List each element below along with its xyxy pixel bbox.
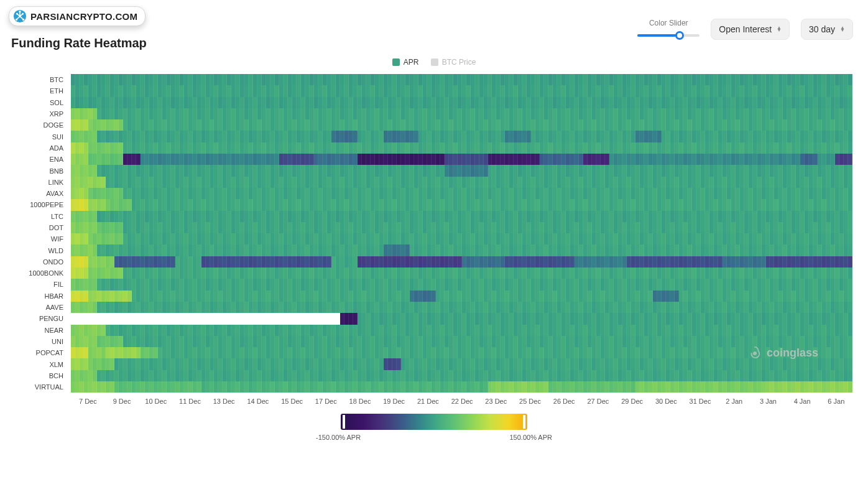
heatmap-cell[interactable] [445,97,449,108]
heatmap-cell[interactable] [244,131,249,142]
heatmap-cell[interactable] [496,108,501,119]
heatmap-cell[interactable] [101,313,106,324]
heatmap-cell[interactable] [527,268,531,279]
heatmap-cell[interactable] [831,131,835,142]
heatmap-cell[interactable] [666,165,670,176]
heatmap-cell[interactable] [787,199,792,210]
heatmap-cell[interactable] [344,119,349,131]
heatmap-cell[interactable] [88,233,93,244]
heatmap-cell[interactable] [679,336,683,347]
heatmap-cell[interactable] [792,154,796,165]
heatmap-cell[interactable] [701,211,705,222]
heatmap-cell[interactable] [93,256,97,268]
heatmap-cell[interactable] [640,347,644,358]
heatmap-cell[interactable] [206,279,210,290]
heatmap-cell[interactable] [310,177,314,188]
heatmap-cell[interactable] [141,302,145,313]
heatmap-cell[interactable] [323,131,327,142]
heatmap-cell[interactable] [305,336,310,347]
heatmap-cell[interactable] [445,291,449,302]
heatmap-cell[interactable] [132,154,136,165]
heatmap-cell[interactable] [201,165,206,176]
heatmap-cell[interactable] [88,291,93,302]
heatmap-cell[interactable] [384,97,388,108]
heatmap-cell[interactable] [110,256,114,268]
heatmap-cell[interactable] [305,244,310,256]
heatmap-cell[interactable] [839,154,844,165]
heatmap-cell[interactable] [848,256,852,268]
heatmap-cell[interactable] [731,97,736,108]
heatmap-cell[interactable] [193,211,197,222]
heatmap-cell[interactable] [266,97,270,108]
heatmap-cell[interactable] [270,131,275,142]
heatmap-cell[interactable] [136,336,141,347]
heatmap-cell[interactable] [505,268,509,279]
heatmap-cell[interactable] [423,244,427,256]
heatmap-cell[interactable] [136,233,141,244]
range-select[interactable]: 30 day ▲▼ [801,19,853,40]
heatmap-cell[interactable] [392,279,397,290]
heatmap-cell[interactable] [154,244,158,256]
heatmap-cell[interactable] [184,279,188,290]
heatmap-cell[interactable] [414,244,418,256]
heatmap-cell[interactable] [484,302,488,313]
heatmap-cell[interactable] [97,302,101,313]
heatmap-cell[interactable] [405,165,410,176]
heatmap-cell[interactable] [114,222,119,233]
heatmap-cell[interactable] [844,177,848,188]
heatmap-cell[interactable] [123,165,127,176]
heatmap-cell[interactable] [366,97,371,108]
heatmap-cell[interactable] [257,119,262,131]
heatmap-cell[interactable] [783,97,787,108]
heatmap-cell[interactable] [757,154,762,165]
heatmap-cell[interactable] [214,188,218,199]
heatmap-cell[interactable] [670,325,675,336]
heatmap-cell[interactable] [666,268,670,279]
heatmap-cell[interactable] [831,279,835,290]
heatmap-cell[interactable] [193,165,197,176]
heatmap-cell[interactable] [796,131,800,142]
heatmap-cell[interactable] [71,85,75,96]
heatmap-cell[interactable] [231,302,236,313]
heatmap-cell[interactable] [362,358,366,370]
heatmap-cell[interactable] [522,199,527,210]
heatmap-cell[interactable] [327,165,331,176]
heatmap-cell[interactable] [466,381,471,393]
heatmap-cell[interactable] [514,74,518,85]
heatmap-cell[interactable] [579,211,583,222]
heatmap-cell[interactable] [379,381,384,393]
heatmap-cell[interactable] [662,199,666,210]
heatmap-cell[interactable] [588,142,592,154]
heatmap-cell[interactable] [362,381,366,393]
heatmap-cell[interactable] [548,177,553,188]
heatmap-cell[interactable] [553,256,557,268]
heatmap-cell[interactable] [244,165,249,176]
heatmap-cell[interactable] [458,370,462,381]
heatmap-cell[interactable] [709,370,714,381]
heatmap-cell[interactable] [392,381,397,393]
heatmap-cell[interactable] [675,233,679,244]
heatmap-cell[interactable] [744,142,749,154]
heatmap-cell[interactable] [635,279,640,290]
heatmap-cell[interactable] [605,199,609,210]
heatmap-cell[interactable] [662,119,666,131]
heatmap-cell[interactable] [132,119,136,131]
heatmap-cell[interactable] [688,131,692,142]
heatmap-cell[interactable] [384,154,388,165]
heatmap-cell[interactable] [301,142,305,154]
heatmap-cell[interactable] [97,142,101,154]
heatmap-cell[interactable] [197,233,201,244]
heatmap-cell[interactable] [548,279,553,290]
heatmap-cell[interactable] [818,188,822,199]
heatmap-cell[interactable] [727,358,731,370]
heatmap-cell[interactable] [405,347,410,358]
heatmap-cell[interactable] [275,97,279,108]
heatmap-cell[interactable] [340,291,344,302]
heatmap-cell[interactable] [792,233,796,244]
heatmap-cell[interactable] [471,97,475,108]
heatmap-cell[interactable] [101,325,106,336]
heatmap-cell[interactable] [88,381,93,393]
heatmap-cell[interactable] [488,199,492,210]
heatmap-cell[interactable] [262,131,266,142]
heatmap-cell[interactable] [397,165,401,176]
